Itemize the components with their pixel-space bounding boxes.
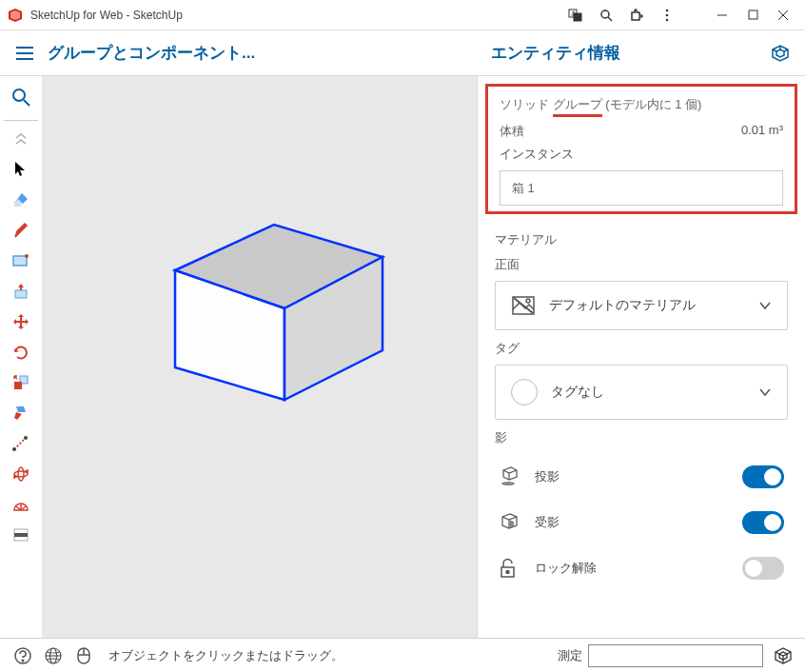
tag-section-label: タグ xyxy=(495,340,788,357)
select-tool[interactable] xyxy=(6,155,36,184)
volume-value: 0.01 m³ xyxy=(741,123,783,140)
close-button[interactable] xyxy=(769,2,797,29)
panel-settings-icon[interactable] xyxy=(769,42,792,65)
window-title: SketchUp for Web - SketchUp xyxy=(30,9,561,22)
sketchup-logo-icon xyxy=(8,8,23,23)
chevron-down-icon xyxy=(758,301,772,310)
viewport-canvas[interactable] xyxy=(42,76,477,638)
tape-tool[interactable] xyxy=(6,429,36,458)
instance-label: インスタンス xyxy=(500,146,783,163)
tool-sidebar xyxy=(0,76,42,638)
svg-point-27 xyxy=(18,467,24,481)
shadow-section-label: 影 xyxy=(495,429,788,446)
material-section-label: マテリアル xyxy=(495,231,788,248)
measurement-input[interactable] xyxy=(588,644,763,667)
rectangle-tool[interactable] xyxy=(6,247,36,275)
move-tool[interactable] xyxy=(6,307,36,336)
svg-point-40 xyxy=(526,299,530,303)
section-tool[interactable] xyxy=(6,521,36,549)
lock-toggle[interactable] xyxy=(742,557,784,580)
svg-rect-20 xyxy=(15,290,27,298)
front-label: 正面 xyxy=(495,256,788,273)
svg-point-5 xyxy=(666,9,669,11)
model-box[interactable] xyxy=(156,209,403,409)
volume-label: 体積 xyxy=(500,123,741,140)
svg-text:あ: あ xyxy=(571,10,577,17)
tag-value: タグなし xyxy=(551,384,758,401)
instance-name-input[interactable] xyxy=(500,170,783,206)
pencil-tool[interactable] xyxy=(6,216,36,245)
statusbar: オブジェクトをクリックまたはドラッグ。 測定 xyxy=(0,638,805,672)
svg-rect-9 xyxy=(749,10,757,19)
chevron-down-icon xyxy=(758,387,772,397)
entity-type-line: ソリッド グループ (モデル内に 1 個) xyxy=(500,96,783,117)
svg-point-44 xyxy=(506,571,509,574)
svg-point-24 xyxy=(12,447,16,451)
mouse-button[interactable] xyxy=(70,642,97,669)
tag-color-icon xyxy=(511,379,538,405)
cast-shadow-label: 投影 xyxy=(535,468,742,485)
panel-title: エンティティ情報 xyxy=(491,42,769,64)
material-value: デフォルトのマテリアル xyxy=(549,297,758,314)
lock-label: ロック解除 xyxy=(535,560,742,577)
help-button[interactable] xyxy=(10,642,36,669)
panel-header: エンティティ情報 xyxy=(478,30,805,76)
scale-tool[interactable] xyxy=(6,368,36,397)
svg-rect-23 xyxy=(14,382,22,389)
svg-point-16 xyxy=(13,89,25,101)
pushpull-tool[interactable] xyxy=(6,277,36,306)
cast-shadow-icon xyxy=(499,466,523,487)
unlock-icon xyxy=(499,558,523,579)
orbit-tool[interactable] xyxy=(6,460,36,488)
statusbar-message: オブジェクトをクリックまたはドラッグ。 xyxy=(108,647,558,664)
language-button[interactable] xyxy=(40,642,67,669)
svg-point-42 xyxy=(501,482,515,485)
svg-point-7 xyxy=(666,18,669,21)
measure-label: 測定 xyxy=(558,647,582,664)
svg-line-4 xyxy=(608,17,612,21)
highlighted-info-box: ソリッド グループ (モデル内に 1 個) 体積 0.01 m³ インスタンス xyxy=(485,84,797,214)
menu-button[interactable] xyxy=(11,40,38,67)
tag-dropdown[interactable]: タグなし xyxy=(495,365,788,420)
more-icon[interactable] xyxy=(653,2,681,29)
paint-tool[interactable] xyxy=(6,399,36,427)
svg-point-26 xyxy=(14,471,28,477)
svg-point-3 xyxy=(601,10,609,18)
divider xyxy=(4,120,38,121)
receive-shadow-label: 受影 xyxy=(535,514,742,531)
receive-shadow-icon xyxy=(499,512,523,533)
protractor-tool[interactable] xyxy=(6,490,36,519)
lock-row: ロック解除 xyxy=(495,545,788,591)
translate-icon[interactable]: あ xyxy=(561,2,590,29)
eraser-tool[interactable] xyxy=(6,186,36,214)
svg-point-46 xyxy=(22,660,24,662)
svg-point-6 xyxy=(666,13,669,16)
extension-icon[interactable] xyxy=(622,2,651,29)
minimize-button[interactable] xyxy=(708,2,736,29)
zoom-icon[interactable] xyxy=(592,2,620,29)
cast-shadow-row: 投影 xyxy=(495,454,788,500)
window-titlebar: SketchUp for Web - SketchUp あ xyxy=(0,0,805,30)
material-icon xyxy=(511,295,536,316)
svg-rect-18 xyxy=(13,256,27,266)
receive-shadow-toggle[interactable] xyxy=(742,511,784,534)
sketchup-corner-icon[interactable] xyxy=(773,645,795,666)
receive-shadow-row: 受影 xyxy=(495,500,788,545)
search-tool[interactable] xyxy=(4,80,38,114)
cast-shadow-toggle[interactable] xyxy=(742,465,784,488)
volume-line: 体積 0.01 m³ xyxy=(500,123,783,140)
entity-info-panel: エンティティ情報 ソリッド グループ (モデル内に 1 個) 体積 0.01 m… xyxy=(477,76,805,638)
maximize-button[interactable] xyxy=(738,2,767,29)
svg-rect-32 xyxy=(14,533,28,537)
expand-tool[interactable] xyxy=(6,125,36,153)
material-dropdown[interactable]: デフォルトのマテリアル xyxy=(495,281,788,330)
svg-line-17 xyxy=(24,100,29,106)
svg-point-25 xyxy=(24,436,28,440)
rotate-tool[interactable] xyxy=(6,338,36,366)
svg-point-19 xyxy=(25,254,29,258)
